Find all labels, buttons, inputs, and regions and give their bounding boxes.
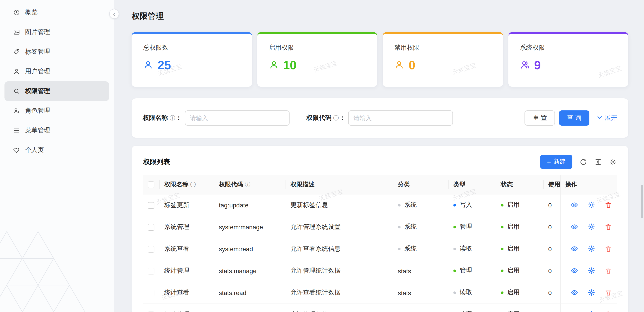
table-row: 系统查看 system:read 允许查看系统信息 系统 读取 启用 0: [143, 238, 617, 260]
cell-type: 写入: [449, 194, 496, 216]
cell-permission-name: 统计管理: [160, 260, 214, 282]
heart-icon: [13, 147, 20, 154]
delete-icon[interactable]: [604, 289, 612, 296]
view-icon[interactable]: [570, 311, 578, 312]
cell-status: 启用: [496, 216, 544, 238]
refresh-icon[interactable]: [580, 158, 587, 166]
cell-type: 读取: [449, 282, 496, 304]
stat-cards: 总权限数 25 启用权限 10 禁用权限 0: [132, 32, 628, 87]
stat-label: 启用权限: [269, 44, 366, 52]
view-icon[interactable]: [570, 267, 578, 275]
cell-status: 启用: [496, 238, 544, 260]
sidebar-item-users[interactable]: 用户管理: [4, 62, 109, 81]
users-icon: [520, 60, 530, 71]
cell-permission-name: 系统管理: [160, 216, 214, 238]
settings-icon[interactable]: [609, 158, 617, 166]
table-toolbar: + 新建: [540, 155, 617, 169]
sidebar-item-permissions[interactable]: 权限管理: [4, 81, 109, 101]
status-dot: [501, 225, 504, 228]
cell-category: 系统: [394, 216, 449, 238]
edit-settings-icon[interactable]: [588, 201, 595, 209]
reset-button[interactable]: 重 置: [524, 110, 555, 126]
column-header-name: 权限名称: [164, 181, 188, 188]
expand-toggle[interactable]: 展开: [597, 114, 617, 122]
delete-icon[interactable]: [604, 311, 612, 312]
table-row: 标签管理 tag:manage 允许管理标签 tag 管理 启用 0: [143, 304, 617, 312]
column-header-usage: 使用: [544, 175, 560, 194]
view-icon[interactable]: [570, 289, 578, 296]
edit-settings-icon[interactable]: [588, 267, 595, 275]
colon: ：: [176, 114, 182, 122]
sidebar-item-menus[interactable]: 菜单管理: [4, 121, 109, 140]
cell-category: 系统: [394, 194, 449, 216]
cell-usage-count: 0: [544, 194, 560, 216]
column-header-type: 类型: [449, 175, 496, 194]
table-row: 系统管理 system:manage 允许管理系统设置 系统 管理 启用 0: [143, 216, 617, 238]
cell-status: 启用: [496, 260, 544, 282]
stat-label: 总权限数: [143, 44, 240, 52]
sidebar-collapse-button[interactable]: ‹: [109, 9, 119, 19]
user-icon: [394, 60, 404, 71]
stat-label: 禁用权限: [394, 44, 491, 52]
cell-permission-description: 允许查看统计数据: [286, 282, 394, 304]
cell-permission-description: 允许管理系统设置: [286, 216, 394, 238]
status-dot: [501, 269, 504, 272]
table-row: 统计查看 stats:read 允许查看统计数据 stats 读取 启用 0: [143, 282, 617, 304]
delete-icon[interactable]: [604, 201, 612, 209]
new-permission-button[interactable]: + 新建: [540, 155, 572, 169]
row-checkbox[interactable]: [148, 246, 154, 253]
type-dot: [453, 204, 456, 206]
sidebar-item-label: 权限管理: [25, 87, 50, 95]
user-icon: [269, 60, 278, 71]
sidebar-item-roles[interactable]: 角色管理: [4, 101, 109, 121]
edit-settings-icon[interactable]: [588, 223, 595, 231]
cell-status: 启用: [496, 282, 544, 304]
permission-name-input[interactable]: [184, 110, 289, 126]
row-checkbox[interactable]: [148, 224, 154, 231]
app-window: 概览 图片管理 标签管理 用户管理: [0, 0, 644, 312]
tag-icon: [13, 48, 20, 55]
delete-icon[interactable]: [604, 245, 612, 253]
permission-code-input[interactable]: [348, 110, 453, 126]
density-icon[interactable]: [594, 158, 602, 166]
stat-value: 9: [534, 59, 541, 72]
delete-icon[interactable]: [604, 223, 612, 231]
edit-settings-icon[interactable]: [588, 289, 595, 296]
filter-label-text: 权限名称: [143, 114, 168, 122]
delete-icon[interactable]: [604, 267, 612, 275]
status-dot: [501, 204, 504, 206]
sidebar-item-tags[interactable]: 标签管理: [4, 42, 109, 62]
stat-value: 25: [158, 59, 171, 72]
type-dot: [453, 247, 456, 250]
cell-category: tag: [394, 304, 449, 312]
status-dot: [501, 291, 504, 294]
view-icon[interactable]: [570, 245, 578, 253]
sidebar-item-overview[interactable]: 概览: [4, 3, 109, 22]
menu-icon: [13, 127, 20, 134]
edit-settings-icon[interactable]: [588, 245, 595, 253]
select-all-checkbox[interactable]: [148, 181, 154, 188]
info-icon: ⓘ: [245, 181, 250, 188]
cell-category: 系统: [394, 238, 449, 260]
category-dot: [398, 247, 400, 250]
colon: ：: [339, 114, 346, 122]
vertical-scrollbar[interactable]: [641, 185, 643, 218]
filter-label: 权限名称ⓘ：: [143, 114, 184, 122]
cell-actions: [560, 282, 617, 304]
sidebar-item-images[interactable]: 图片管理: [4, 22, 109, 42]
cell-permission-description: 允许管理统计数据: [286, 260, 394, 282]
table-row: 统计管理 stats:manage 允许管理统计数据 stats 管理 启用 0: [143, 260, 617, 282]
row-checkbox[interactable]: [148, 290, 154, 296]
view-icon[interactable]: [570, 223, 578, 231]
row-checkbox[interactable]: [148, 268, 154, 275]
type-dot: [453, 269, 456, 272]
cell-permission-name: 标签更新: [160, 194, 214, 216]
sidebar-item-label: 概览: [25, 8, 38, 16]
edit-settings-icon[interactable]: [588, 311, 595, 312]
search-button[interactable]: 查 询: [559, 110, 590, 126]
sidebar-item-profile[interactable]: 个人页: [4, 140, 109, 160]
view-icon[interactable]: [570, 201, 578, 209]
info-icon: ⓘ: [190, 181, 196, 188]
row-checkbox[interactable]: [148, 202, 154, 209]
cell-permission-description: 更新标签信息: [286, 194, 394, 216]
